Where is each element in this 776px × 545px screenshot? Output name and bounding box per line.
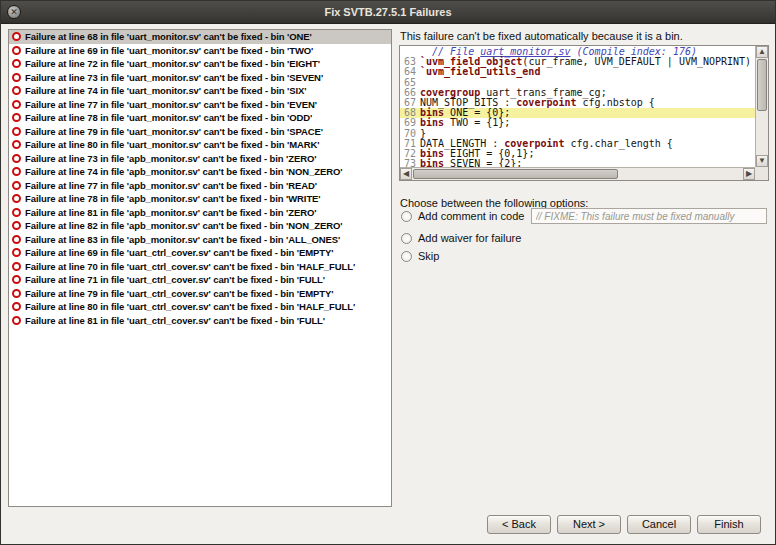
next-button[interactable]: Next > xyxy=(557,515,621,534)
error-icon xyxy=(12,86,21,95)
error-icon xyxy=(12,73,21,82)
scroll-down-button[interactable]: ▼ xyxy=(756,155,768,167)
vertical-scroll-thumb[interactable] xyxy=(757,59,767,111)
radio-add-comment[interactable] xyxy=(401,211,412,222)
failure-list-item[interactable]: Failure at line 77 in file 'apb_monitor.… xyxy=(9,179,391,193)
arrow-left-icon: ◀ xyxy=(403,169,409,178)
failure-label: Failure at line 80 in file 'uart_ctrl_co… xyxy=(25,301,355,312)
failure-label: Failure at line 73 in file 'apb_monitor.… xyxy=(25,153,316,164)
failure-list-item[interactable]: Failure at line 81 in file 'apb_monitor.… xyxy=(9,206,391,220)
failure-list-item[interactable]: Failure at line 82 in file 'apb_monitor.… xyxy=(9,219,391,233)
scroll-right-button[interactable]: ▶ xyxy=(743,168,755,180)
error-icon xyxy=(12,316,21,325)
failure-list-item[interactable]: Failure at line 71 in file 'uart_ctrl_co… xyxy=(9,273,391,287)
error-icon xyxy=(12,194,21,203)
error-icon xyxy=(12,100,21,109)
code-viewer: // File uart_monitor.sv (Compile index: … xyxy=(399,45,769,181)
failure-list-item[interactable]: Failure at line 78 in file 'uart_monitor… xyxy=(9,111,391,125)
failure-list-item[interactable]: Failure at line 83 in file 'apb_monitor.… xyxy=(9,233,391,247)
line-number: 69 xyxy=(400,118,416,128)
failure-list-item[interactable]: Failure at line 81 in file 'uart_ctrl_co… xyxy=(9,314,391,328)
code-token: TWO = {1}; xyxy=(444,117,510,128)
titlebar: ✕ Fix SVTB.27.5.1 Failures xyxy=(1,1,775,24)
code-line: 64`uvm_field_utils_end xyxy=(400,67,755,77)
failure-list-item[interactable]: Failure at line 79 in file 'uart_ctrl_co… xyxy=(9,287,391,301)
cancel-button[interactable]: Cancel xyxy=(627,515,691,534)
failure-list-item[interactable]: Failure at line 72 in file 'uart_monitor… xyxy=(9,57,391,71)
failure-label: Failure at line 77 in file 'uart_monitor… xyxy=(25,99,317,110)
failure-list-item[interactable]: Failure at line 70 in file 'uart_ctrl_co… xyxy=(9,260,391,274)
failure-label: Failure at line 77 in file 'apb_monitor.… xyxy=(25,180,317,191)
failure-list-item[interactable]: Failure at line 69 in file 'uart_monitor… xyxy=(9,44,391,58)
fix-failures-dialog: ✕ Fix SVTB.27.5.1 Failures Failure at li… xyxy=(0,0,776,545)
code-token: (cur_frame, UVM_DEFAULT | UVM_NOPRINT) xyxy=(522,56,751,67)
code-token: SEVEN = {2}; xyxy=(444,158,522,167)
code-lines: // File uart_monitor.sv (Compile index: … xyxy=(400,47,755,167)
failure-label: Failure at line 82 in file 'apb_monitor.… xyxy=(25,220,342,231)
failure-list-item[interactable]: Failure at line 80 in file 'uart_monitor… xyxy=(9,138,391,152)
failure-label: Failure at line 71 in file 'uart_ctrl_co… xyxy=(25,274,325,285)
error-icon xyxy=(12,289,21,298)
back-button[interactable]: < Back xyxy=(487,515,551,534)
code-vertical-scrollbar[interactable]: ▲ ▼ xyxy=(755,46,768,167)
finish-button[interactable]: Finish xyxy=(697,515,761,534)
error-icon xyxy=(12,181,21,190)
radio-add-waiver[interactable] xyxy=(401,233,412,244)
error-icon xyxy=(12,262,21,271)
failure-list-item[interactable]: Failure at line 77 in file 'uart_monitor… xyxy=(9,98,391,112)
failure-list[interactable]: Failure at line 68 in file 'uart_monitor… xyxy=(8,29,392,507)
scrollbar-corner xyxy=(755,167,768,180)
error-icon xyxy=(12,59,21,68)
failure-list-item[interactable]: Failure at line 69 in file 'uart_ctrl_co… xyxy=(9,246,391,260)
failure-label: Failure at line 78 in file 'uart_monitor… xyxy=(25,112,312,123)
option-label-skip[interactable]: Skip xyxy=(418,250,439,262)
code-text: `uvm_field_utils_end xyxy=(420,67,540,77)
option-label-add-waiver[interactable]: Add waiver for failure xyxy=(418,232,521,244)
horizontal-scroll-thumb[interactable] xyxy=(413,169,618,179)
fixme-comment-input[interactable] xyxy=(531,208,767,224)
error-icon xyxy=(12,275,21,284)
option-row-add-waiver: Add waiver for failure xyxy=(401,230,769,246)
failure-list-item[interactable]: Failure at line 73 in file 'apb_monitor.… xyxy=(9,152,391,166)
window-title: Fix SVTB.27.5.1 Failures xyxy=(1,1,775,23)
failure-explanation: This failure can't be fixed automaticall… xyxy=(400,30,683,42)
scroll-left-button[interactable]: ◀ xyxy=(400,168,412,180)
failure-label: Failure at line 78 in file 'apb_monitor.… xyxy=(25,193,320,204)
failure-list-item[interactable]: Failure at line 74 in file 'apb_monitor.… xyxy=(9,165,391,179)
line-number: 73 xyxy=(400,159,416,167)
failure-label: Failure at line 73 in file 'uart_monitor… xyxy=(25,72,323,83)
error-icon xyxy=(12,140,21,149)
failure-list-item[interactable]: Failure at line 79 in file 'uart_monitor… xyxy=(9,125,391,139)
option-row-skip: Skip xyxy=(401,248,769,264)
failure-list-item[interactable]: Failure at line 74 in file 'uart_monitor… xyxy=(9,84,391,98)
failure-list-item[interactable]: Failure at line 73 in file 'uart_monitor… xyxy=(9,71,391,85)
failure-label: Failure at line 72 in file 'uart_monitor… xyxy=(25,58,320,69)
code-token: cfg.char_length { xyxy=(565,138,673,149)
error-icon xyxy=(12,221,21,230)
error-icon xyxy=(12,235,21,244)
failure-label: Failure at line 79 in file 'uart_ctrl_co… xyxy=(25,288,333,299)
failure-label: Failure at line 70 in file 'uart_ctrl_co… xyxy=(25,261,355,272)
code-token: `uvm_field_utils_end xyxy=(420,66,540,77)
failure-list-item[interactable]: Failure at line 68 in file 'uart_monitor… xyxy=(9,30,391,44)
code-token: coverpoint xyxy=(516,97,576,108)
arrow-right-icon: ▶ xyxy=(746,169,752,178)
failure-list-item[interactable]: Failure at line 80 in file 'uart_ctrl_co… xyxy=(9,300,391,314)
error-icon xyxy=(12,113,21,122)
failure-label: Failure at line 83 in file 'apb_monitor.… xyxy=(25,234,340,245)
option-label-add-comment[interactable]: Add comment in code xyxy=(418,210,524,222)
error-icon xyxy=(12,167,21,176)
code-token: cfg.nbstop { xyxy=(577,97,655,108)
error-icon xyxy=(12,127,21,136)
code-horizontal-scrollbar[interactable]: ◀ ▶ xyxy=(400,167,755,180)
failure-list-item[interactable]: Failure at line 78 in file 'apb_monitor.… xyxy=(9,192,391,206)
error-icon xyxy=(12,208,21,217)
failure-label: Failure at line 81 in file 'uart_ctrl_co… xyxy=(25,315,325,326)
failure-label: Failure at line 69 in file 'uart_monitor… xyxy=(25,45,313,56)
failure-label: Failure at line 80 in file 'uart_monitor… xyxy=(25,139,319,150)
scroll-up-button[interactable]: ▲ xyxy=(756,46,768,58)
radio-skip[interactable] xyxy=(401,251,412,262)
option-row-add-comment: Add comment in code xyxy=(401,208,769,224)
failure-label: Failure at line 81 in file 'apb_monitor.… xyxy=(25,207,316,218)
failure-label: Failure at line 68 in file 'uart_monitor… xyxy=(25,31,312,42)
